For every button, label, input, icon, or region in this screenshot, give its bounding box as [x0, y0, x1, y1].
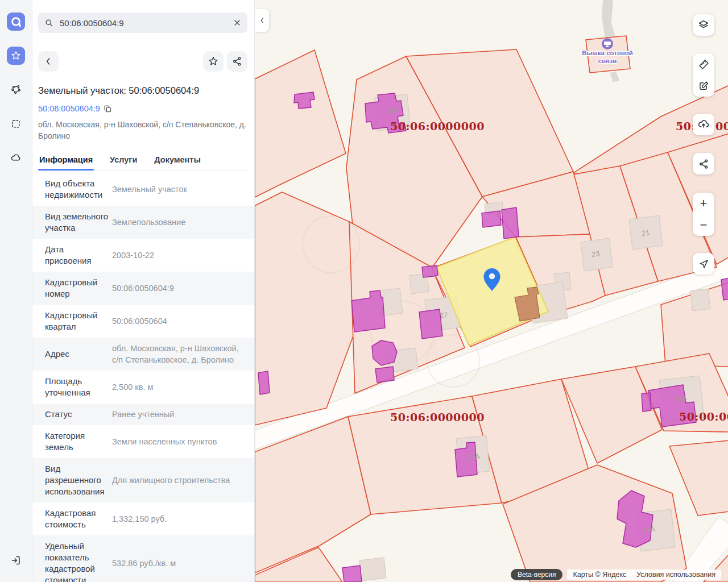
search-input[interactable]: [59, 18, 233, 28]
table-row: СтатусРанее учтенный: [32, 404, 254, 425]
row-value: 50:06:0050604: [112, 315, 246, 327]
sidebar-item-cloud[interactable]: [7, 149, 25, 167]
row-label: Кадастровая стоимость: [45, 508, 112, 530]
app-logo-icon[interactable]: [7, 13, 25, 31]
measure-button[interactable]: [693, 53, 714, 75]
star-icon: [208, 56, 219, 67]
quarter-label: 50:06:0000000: [390, 120, 485, 132]
object-panel: Земельный участок: 50:06:0050604:9 50:06…: [32, 0, 255, 582]
share-icon: [698, 158, 710, 170]
tab-information[interactable]: Информация: [38, 152, 94, 170]
login-button[interactable]: [7, 551, 25, 569]
row-label: Вид разрешенного использования: [45, 463, 112, 497]
cloud-icon: [10, 152, 22, 164]
zoom-control: + −: [693, 193, 714, 236]
polygon-nodes-icon: [10, 84, 22, 95]
row-label: Кадастровый квартал: [45, 310, 112, 332]
map-canvas[interactable]: 19А 21 23 27 27А 24Б 24А 50:06:0000000 5…: [255, 0, 728, 582]
table-row: Категория земельЗемли населенных пунктов: [32, 425, 254, 458]
sidebar-item-favorites[interactable]: [7, 47, 25, 65]
tower-label: Вышка сотовой: [582, 49, 633, 56]
copy-icon[interactable]: [104, 105, 112, 113]
panel-tabs: Информация Услуги Документы: [38, 152, 247, 171]
row-label: Площадь уточненная: [45, 376, 112, 398]
left-rail: [0, 0, 32, 582]
row-label: Адрес: [45, 348, 112, 360]
back-button[interactable]: [38, 51, 59, 72]
table-row: Дата присвоения2003-10-22: [32, 239, 254, 272]
row-label: Статус: [45, 409, 112, 420]
zoom-out-button[interactable]: −: [693, 214, 714, 236]
collapse-panel-button[interactable]: [255, 9, 269, 32]
quarter-label: 50:00:0000000: [679, 410, 728, 423]
row-label: Вид объекта недвижимости: [45, 178, 112, 201]
star-icon: [10, 50, 22, 61]
app-window: Земельный участок: 50:06:0050604:9 50:06…: [0, 0, 728, 582]
row-value: 2,500 кв. м: [112, 381, 246, 393]
table-row: Вид объекта недвижимостиЗемельный участо…: [32, 173, 254, 206]
locate-arrow-icon: [698, 258, 710, 270]
row-value: Для жилищного строительства: [112, 475, 246, 486]
object-address: обл. Московская, р-н Шаховской, с/п Степ…: [38, 119, 247, 142]
layers-control[interactable]: [693, 14, 714, 36]
table-row: Кадастровая стоимость1,332,150 руб.: [32, 502, 254, 535]
table-row: Кадастровый квартал50:06:0050604: [32, 305, 254, 338]
row-value: 2003-10-22: [112, 250, 246, 261]
tower-label: связи: [598, 57, 617, 64]
terms-link[interactable]: Условия использования: [636, 571, 715, 579]
row-value: Ранее учтенный: [112, 409, 246, 420]
house-number: 19А: [385, 106, 399, 115]
house-number: 27: [439, 311, 448, 320]
table-row: Адресобл. Московская, р-н Шаховской, с/п…: [32, 338, 254, 371]
table-row: Площадь уточненная2,500 кв. м: [32, 371, 254, 404]
draw-button[interactable]: [693, 75, 714, 97]
row-value: Земельный участок: [112, 184, 246, 195]
cloud-upload-icon: [697, 118, 710, 131]
map-attribution: Beta-версия Карты © Яндекс Условия испол…: [511, 569, 721, 580]
zoom-in-button[interactable]: +: [693, 193, 714, 214]
row-label: Дата присвоения: [45, 244, 112, 267]
layers-icon: [697, 19, 710, 31]
row-value: Землепользование: [112, 217, 246, 228]
cadastral-map[interactable]: 19А 21 23 27 27А 24Б 24А 50:06:0000000 5…: [255, 0, 728, 582]
edit-icon: [698, 80, 710, 92]
chevron-left-icon: [258, 16, 267, 25]
page-title: Земельный участок: 50:06:0050604:9: [38, 85, 247, 96]
map-share-control[interactable]: [693, 153, 714, 174]
attributes-table: Вид объекта недвижимостиЗемельный участо…: [32, 173, 254, 582]
search-icon: [44, 18, 54, 28]
sidebar-item-area-select[interactable]: [7, 115, 25, 133]
table-row: Кадастровый номер50:06:0050604:9: [32, 272, 254, 305]
clear-search-icon[interactable]: [233, 18, 242, 27]
cadastral-number-link[interactable]: 50:06:0050604:9: [38, 104, 100, 113]
row-value: 532.86 руб./кв. м: [112, 558, 246, 569]
row-value: обл. Московская, р-н Шаховской, с/п Степ…: [112, 343, 246, 365]
row-value: 50:06:0050604:9: [112, 282, 246, 294]
row-label: Кадастровый номер: [45, 277, 112, 300]
locate-control[interactable]: [693, 253, 714, 275]
search-bar[interactable]: [38, 13, 247, 33]
row-label: Категория земель: [45, 430, 112, 453]
share-button[interactable]: [227, 51, 247, 72]
maps-copyright-link[interactable]: Карты © Яндекс: [573, 571, 626, 579]
favorite-button[interactable]: [203, 51, 224, 72]
login-icon: [10, 554, 22, 567]
share-icon: [231, 56, 243, 67]
dashed-square-icon: [10, 118, 22, 130]
row-label: Удельный показатель кадастровой стоимост…: [45, 541, 112, 582]
row-label: Вид земельного участка: [45, 211, 112, 234]
quarter-label: 50:06:0000000: [390, 411, 485, 423]
table-row: Вид земельного участкаЗемлепользование: [32, 206, 254, 239]
beta-badge: Beta-версия: [511, 569, 562, 580]
tab-services[interactable]: Услуги: [109, 152, 138, 170]
measure-edit-control: [693, 53, 714, 97]
row-value: 1,332,150 руб.: [112, 513, 246, 525]
ruler-icon: [698, 59, 710, 70]
table-row: Вид разрешенного использованияДля жилищн…: [32, 458, 254, 502]
tab-documents[interactable]: Документы: [153, 152, 202, 170]
upload-control[interactable]: [693, 114, 714, 135]
house-number: 21: [641, 228, 650, 238]
house-number: 23: [591, 250, 600, 259]
sidebar-item-polygon-tool[interactable]: [7, 81, 25, 99]
chevron-left-icon: [43, 56, 54, 67]
